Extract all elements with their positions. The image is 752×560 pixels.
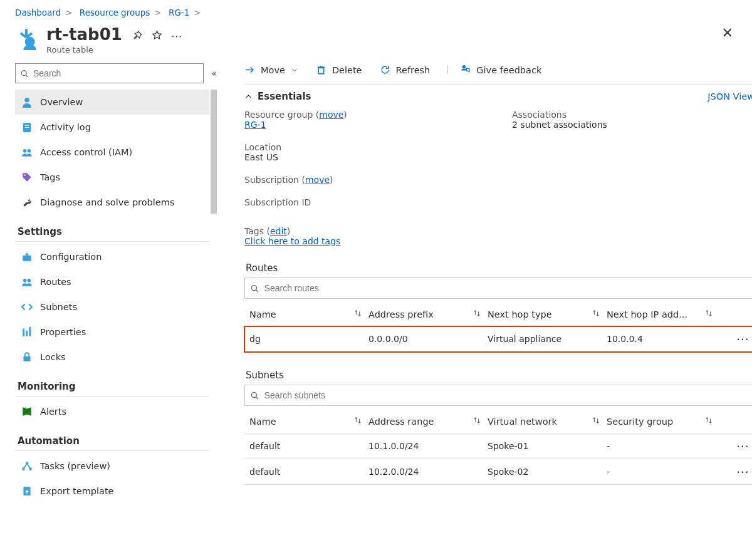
favorite-button[interactable]: [152, 30, 162, 43]
sort-icon: [704, 309, 713, 319]
subnet-row[interactable]: default 10.1.0.0/24 Spoke-01 - ⋯: [244, 433, 752, 459]
routes-icon: [21, 276, 33, 288]
routes-col-name[interactable]: Name: [249, 309, 368, 319]
sidebar-item-subnets[interactable]: Subnets: [15, 294, 209, 319]
ess-val-assoc: 2 subnet associations: [512, 120, 607, 130]
subnets-col-vnet[interactable]: Virtual network: [488, 416, 607, 427]
ess-key-subscription: Subscription (move): [244, 175, 333, 185]
subnet-range: 10.1.0.0/24: [368, 441, 488, 451]
route-table-icon: [15, 28, 38, 50]
tags-edit-link[interactable]: edit: [270, 226, 287, 236]
sidebar-item-configuration[interactable]: Configuration: [15, 244, 209, 269]
subnet-row[interactable]: default 10.2.0.0/24 Spoke-02 - ⋯: [244, 459, 752, 485]
sort-icon: [704, 416, 713, 427]
chevron-down-icon: [291, 65, 298, 75]
subnet-row-actions[interactable]: ⋯: [719, 443, 749, 449]
sidebar-item-alerts[interactable]: Alerts: [15, 399, 209, 424]
routes-search-input[interactable]: [263, 283, 749, 294]
diagnose-icon: [21, 197, 33, 208]
sidebar-item-locks[interactable]: Locks: [15, 345, 209, 370]
subnet-row-actions[interactable]: ⋯: [719, 469, 749, 474]
properties-icon: [21, 326, 33, 338]
refresh-icon: [380, 65, 390, 75]
page-subtitle: Route table: [46, 45, 182, 54]
crumb-resource-groups[interactable]: Resource groups: [80, 8, 150, 18]
sidebar-item-overview[interactable]: Overview: [15, 90, 209, 115]
subnets-col-name[interactable]: Name: [249, 416, 368, 427]
routes-col-hop[interactable]: Next hop type: [488, 309, 607, 319]
sidebar-item-routes[interactable]: Routes: [15, 269, 209, 294]
sidebar-heading-monitoring: Monitoring: [15, 370, 209, 397]
subnets-search-input[interactable]: [263, 390, 749, 401]
iam-icon: [21, 147, 33, 158]
sort-icon: [473, 416, 481, 427]
sort-icon: [353, 416, 362, 427]
route-row[interactable]: dg 0.0.0.0/0 Virtual appliance 10.0.0.4 …: [244, 326, 752, 352]
pin-button[interactable]: [132, 30, 143, 43]
subnets-search[interactable]: [244, 385, 752, 406]
tags-icon: [21, 172, 33, 183]
search-icon: [20, 69, 29, 78]
search-icon: [250, 284, 259, 293]
route-ip: 10.0.0.4: [607, 334, 719, 344]
ess-val-location: East US: [244, 152, 278, 162]
routes-col-ip[interactable]: Next hop IP add...: [607, 309, 719, 319]
resource-group-link[interactable]: RG-1: [244, 120, 266, 130]
subnets-icon: [21, 301, 33, 313]
rg-move-link[interactable]: move: [319, 110, 343, 120]
subnets-heading: Subnets: [246, 370, 752, 381]
close-blade-button[interactable]: ✕: [718, 25, 737, 41]
configuration-icon: [21, 251, 33, 262]
page-title: rt-tab01: [46, 25, 122, 44]
sidebar-item-diagnose[interactable]: Diagnose and solve problems: [15, 190, 209, 215]
crumb-dashboard[interactable]: Dashboard: [15, 8, 61, 18]
routes-heading: Routes: [246, 262, 752, 274]
sidebar-item-export-template[interactable]: Export template: [15, 479, 209, 504]
move-button[interactable]: Move: [244, 65, 298, 75]
crumb-rg-1[interactable]: RG-1: [169, 8, 189, 18]
refresh-button[interactable]: Refresh: [380, 65, 431, 75]
json-view-link[interactable]: JSON View: [708, 91, 752, 101]
sidebar-item-tags[interactable]: Tags: [15, 165, 209, 190]
essentials-toggle[interactable]: Essentials: [244, 91, 311, 102]
arrow-right-icon: [244, 65, 255, 75]
sidebar-search[interactable]: [15, 63, 204, 83]
tasks-icon: [21, 460, 33, 472]
ess-key-assoc: Associations: [512, 110, 567, 120]
trash-icon: [316, 65, 326, 75]
ess-key-location: Location: [244, 142, 281, 152]
sidebar-item-activity-log[interactable]: Activity log: [15, 115, 209, 140]
breadcrumb: Dashboard> Resource groups> RG-1>: [15, 8, 737, 18]
feedback-icon: [460, 65, 471, 75]
routes-search[interactable]: [244, 277, 752, 299]
feedback-button[interactable]: Give feedback: [447, 65, 541, 75]
add-tags-link[interactable]: Click here to add tags: [244, 236, 340, 246]
subnet-name: default: [249, 467, 368, 477]
sub-move-link[interactable]: move: [305, 175, 330, 185]
activity-log-icon: [21, 122, 33, 133]
collapse-menu-button[interactable]: «: [211, 68, 217, 78]
routes-col-prefix[interactable]: Address prefix: [368, 309, 488, 319]
sidebar-heading-settings: Settings: [15, 215, 209, 242]
alerts-icon: [21, 406, 33, 417]
subnet-vnet: Spoke-01: [488, 441, 607, 451]
subnets-col-sg[interactable]: Security group: [607, 416, 719, 427]
sidebar-item-tasks[interactable]: Tasks (preview): [15, 454, 209, 479]
search-icon: [250, 391, 259, 400]
sidebar-search-input[interactable]: [32, 68, 199, 79]
export-template-icon: [21, 485, 33, 497]
route-row-actions[interactable]: ⋯: [719, 336, 749, 341]
ess-key-rg: Resource group (move): [244, 110, 347, 120]
route-prefix: 0.0.0.0/0: [368, 334, 488, 344]
delete-button[interactable]: Delete: [316, 65, 362, 75]
sidebar-item-properties[interactable]: Properties: [15, 319, 209, 345]
subnet-sg: -: [607, 441, 719, 451]
sidebar-item-iam[interactable]: Access control (IAM): [15, 140, 209, 165]
route-hop: Virtual appliance: [488, 334, 607, 344]
ess-key-sid: Subscription ID: [244, 197, 311, 207]
locks-icon: [21, 351, 33, 363]
subnets-col-range[interactable]: Address range: [368, 416, 488, 427]
subnet-name: default: [249, 441, 368, 451]
route-name: dg: [249, 334, 368, 344]
sort-icon: [592, 416, 600, 427]
